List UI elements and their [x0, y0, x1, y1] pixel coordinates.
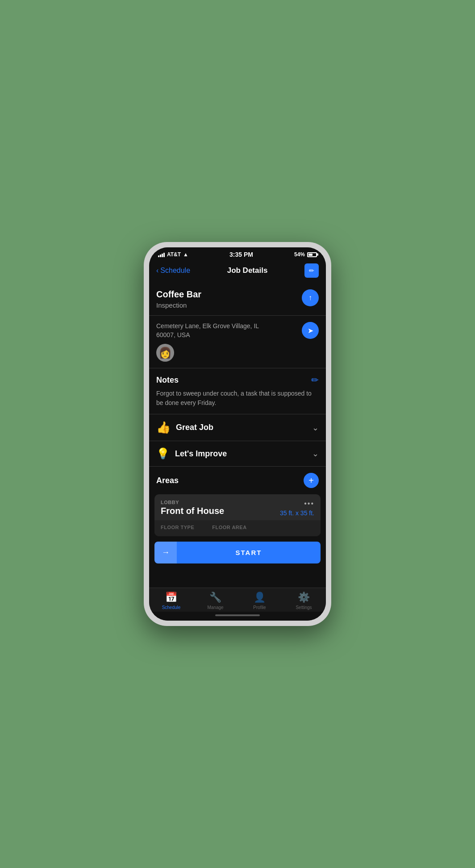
thumbs-up-icon: 👍 [156, 421, 171, 434]
lets-improve-label: Let's Improve [175, 449, 227, 459]
job-info-section: Coffee Bar Inspection ↑ [149, 283, 326, 315]
manage-icon: 🔧 [209, 592, 221, 603]
start-arrow-icon: → [154, 542, 177, 563]
floor-area-label: FLOOR AREA [212, 525, 246, 530]
floor-type-label: FLOOR TYPE [161, 525, 194, 530]
phone-screen: AT&T ▲ 3:35 PM 54% ‹ Schedule Job Detail… [149, 247, 326, 621]
job-title-row: Coffee Bar Inspection ↑ [156, 289, 319, 309]
great-job-chevron-icon: ⌄ [312, 423, 319, 433]
tab-settings-label: Settings [296, 605, 312, 610]
lobby-size: 35 ft. x 35 ft. [280, 509, 314, 517]
great-job-label: Great Job [176, 423, 213, 432]
lobby-menu-button[interactable]: ••• [304, 500, 314, 508]
signal-bars-icon [158, 252, 165, 257]
profile-icon: 👤 [254, 592, 266, 603]
lets-improve-row[interactable]: 💡 Let's Improve ⌄ [149, 441, 326, 466]
scroll-content: Coffee Bar Inspection ↑ Cemetery Lane, E… [149, 283, 326, 588]
battery-percent-label: 54% [294, 251, 305, 258]
address-line2: 60007, USA [156, 331, 190, 338]
edit-pencil-icon: ✏ [309, 267, 314, 274]
lobby-right: ••• 35 ft. x 35 ft. [280, 500, 314, 517]
wifi-icon: ▲ [183, 251, 188, 258]
phone-frame: AT&T ▲ 3:35 PM 54% ‹ Schedule Job Detail… [144, 242, 331, 626]
areas-header: Areas + [149, 467, 326, 494]
avatar: 👩 [156, 344, 174, 362]
notes-header: Notes ✏ [156, 375, 319, 385]
navigation-icon: ➤ [308, 326, 313, 335]
page-title: Job Details [227, 266, 268, 275]
lobby-card: LOBBY Front of House ••• 35 ft. x 35 ft.… [154, 494, 321, 536]
add-area-button[interactable]: + [304, 473, 319, 488]
notes-label: Notes [156, 376, 179, 385]
back-button[interactable]: ‹ Schedule [156, 267, 190, 275]
tab-manage-label: Manage [207, 605, 223, 610]
navigate-button[interactable]: ➤ [302, 322, 319, 339]
lobby-tag: LOBBY [161, 500, 224, 505]
start-button[interactable]: → START [154, 542, 321, 563]
avatar-image: 👩 [158, 346, 172, 359]
tab-profile[interactable]: 👤 Profile [238, 592, 282, 610]
tab-manage[interactable]: 🔧 Manage [193, 592, 238, 610]
great-job-left: 👍 Great Job [156, 421, 213, 434]
carrier-label: AT&T [167, 251, 181, 258]
areas-label: Areas [156, 476, 179, 485]
tab-schedule[interactable]: 📅 Schedule [149, 592, 193, 610]
great-job-row[interactable]: 👍 Great Job ⌄ [149, 414, 326, 441]
lobby-card-footer: FLOOR TYPE FLOOR AREA [154, 520, 321, 536]
plus-icon: + [308, 476, 314, 486]
tab-schedule-label: Schedule [162, 605, 181, 610]
light-bulb-icon: 💡 [156, 447, 170, 460]
time-label: 3:35 PM [229, 251, 253, 258]
notes-text: Forgot to sweep under couch, a task that… [156, 389, 319, 408]
lobby-info: LOBBY Front of House [161, 500, 224, 516]
address-section: Cemetery Lane, Elk Grove Village, IL 600… [149, 316, 326, 368]
start-label: START [177, 542, 321, 563]
floor-type-col: FLOOR TYPE [161, 525, 194, 532]
job-title: Coffee Bar [156, 289, 201, 300]
settings-icon: ⚙️ [298, 592, 310, 603]
notes-section: Notes ✏ Forgot to sweep under couch, a t… [149, 368, 326, 414]
tab-bar: 📅 Schedule 🔧 Manage 👤 Profile ⚙️ Setting… [149, 588, 326, 612]
status-bar: AT&T ▲ 3:35 PM 54% [149, 247, 326, 260]
address-text: Cemetery Lane, Elk Grove Village, IL 600… [156, 322, 259, 339]
job-title-group: Coffee Bar Inspection [156, 289, 201, 309]
back-chevron-icon: ‹ [156, 267, 158, 275]
status-right: 54% [294, 251, 317, 258]
share-button[interactable]: ↑ [302, 289, 319, 306]
job-subtitle: Inspection [156, 301, 201, 309]
tab-profile-label: Profile [253, 605, 266, 610]
floor-area-col: FLOOR AREA [212, 525, 246, 532]
lobby-card-header: LOBBY Front of House ••• 35 ft. x 35 ft. [154, 494, 321, 520]
home-indicator [149, 612, 326, 621]
battery-icon [307, 252, 317, 257]
address-line1: Cemetery Lane, Elk Grove Village, IL [156, 322, 259, 330]
home-bar [215, 614, 260, 616]
back-label: Schedule [160, 267, 190, 275]
schedule-icon: 📅 [165, 592, 177, 603]
lets-improve-chevron-icon: ⌄ [312, 449, 319, 459]
lets-improve-left: 💡 Let's Improve [156, 447, 227, 460]
lobby-name: Front of House [161, 506, 224, 516]
share-icon: ↑ [308, 294, 312, 302]
notes-edit-button[interactable]: ✏ [311, 375, 319, 385]
address-row: Cemetery Lane, Elk Grove Village, IL 600… [156, 322, 319, 339]
edit-button[interactable]: ✏ [304, 263, 319, 278]
tab-settings[interactable]: ⚙️ Settings [282, 592, 326, 610]
status-left: AT&T ▲ [158, 251, 188, 258]
nav-header: ‹ Schedule Job Details ✏ [149, 260, 326, 283]
battery-fill [308, 254, 312, 256]
